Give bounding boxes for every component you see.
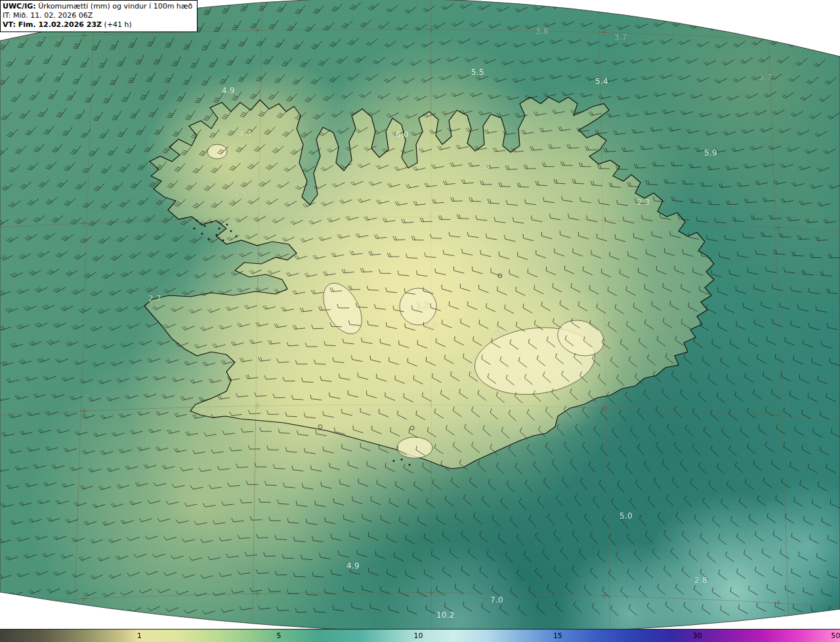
colorbar-tick-label: 15 (553, 631, 562, 640)
map-info-box: UWC/IG: Úrkomumætti (mm) og vindur í 100… (0, 0, 198, 32)
info-line-product: UWC/IG: Úrkomumætti (mm) og vindur í 100… (3, 2, 192, 11)
colorbar-tick-label: 30 (692, 631, 702, 640)
valid-time: VT: Fim. 12.02.2026 23Z (3, 20, 102, 29)
colorbar-tick-label: 10 (413, 631, 423, 640)
weather-map: 3.83.73.75.55.44.94.46.05.92.32.62.32.71… (0, 0, 840, 642)
product-code: UWC/IG: (3, 2, 36, 11)
info-line-init-time: IT: Mið. 11. 02. 2026 06Z (3, 11, 192, 20)
precip-colorbar: 1510153050 (0, 629, 840, 642)
colorbar-tick-label: 50 (831, 631, 840, 640)
colorbar-tick-label: 1 (137, 631, 142, 640)
valid-time-offset: (+41 h) (102, 20, 132, 29)
map-canvas (0, 0, 840, 629)
colorbar-tick-label: 5 (276, 631, 281, 640)
product-title: Úrkomumætti (mm) og vindur í 100m hæð (36, 2, 193, 11)
info-line-valid-time: VT: Fim. 12.02.2026 23Z (+41 h) (3, 20, 192, 30)
